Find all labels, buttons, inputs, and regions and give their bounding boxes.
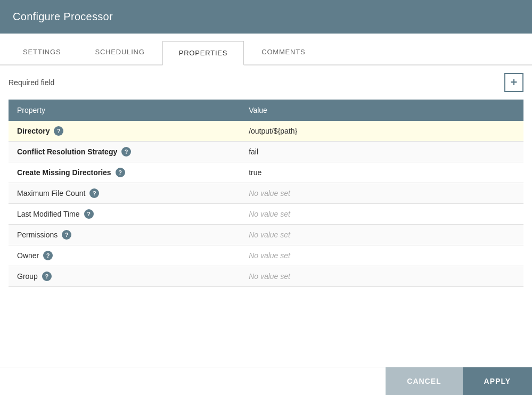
property-value-cell[interactable]: fail [240, 142, 472, 162]
content-area: Required field + Property Value Director… [0, 65, 532, 367]
property-action-cell [472, 204, 523, 225]
property-name-cell: Last Modified Time ? [9, 204, 240, 225]
properties-table: Property Value Directory ? /output/${pat… [9, 100, 523, 287]
property-name-label: Create Missing Directories [17, 168, 111, 177]
property-action-cell [472, 142, 523, 162]
property-value-cell[interactable]: true [240, 162, 472, 183]
property-value-cell[interactable]: No value set [240, 204, 472, 225]
property-name-cell: Owner ? [9, 245, 240, 266]
property-value-cell[interactable]: No value set [240, 183, 472, 204]
table-row[interactable]: Conflict Resolution Strategy ? fail [9, 142, 523, 162]
help-icon[interactable]: ? [62, 230, 71, 240]
help-icon[interactable]: ? [42, 271, 52, 281]
tab-comments[interactable]: COMMENTS [245, 40, 322, 64]
property-value-cell[interactable]: No value set [240, 245, 472, 266]
property-value-cell[interactable]: No value set [240, 225, 472, 245]
property-name-cell: Permissions ? [9, 225, 240, 245]
help-icon[interactable]: ? [89, 188, 99, 198]
property-action-cell [472, 266, 523, 287]
configure-processor-dialog: Configure Processor SETTINGS SCHEDULING … [0, 0, 532, 395]
property-name-cell: Group ? [9, 266, 240, 287]
table-row[interactable]: Last Modified Time ? No value set [9, 204, 523, 225]
property-action-cell [472, 183, 523, 204]
add-property-button[interactable]: + [504, 73, 523, 92]
table-row[interactable]: Directory ? /output/${path} [9, 121, 523, 142]
property-name-cell: Directory ? [9, 121, 240, 142]
table-row[interactable]: Permissions ? No value set [9, 225, 523, 245]
column-value: Value [240, 100, 472, 121]
required-field-bar: Required field + [0, 65, 532, 100]
property-name-label: Conflict Resolution Strategy [17, 147, 117, 156]
cancel-button[interactable]: CANCEL [386, 367, 462, 395]
help-icon[interactable]: ? [84, 209, 94, 219]
tab-settings[interactable]: SETTINGS [6, 40, 77, 64]
property-name-label: Last Modified Time [17, 210, 80, 218]
property-name-label: Group [17, 272, 38, 281]
table-wrapper: Property Value Directory ? /output/${pat… [0, 100, 532, 287]
column-action [472, 100, 523, 121]
table-row[interactable]: Create Missing Directories ? true [9, 162, 523, 183]
property-value-cell[interactable]: /output/${path} [240, 121, 472, 142]
dialog-footer: CANCEL APPLY [0, 367, 532, 395]
property-name-label: Permissions [17, 231, 58, 239]
help-icon[interactable]: ? [116, 168, 125, 177]
property-name-label: Directory [17, 127, 50, 135]
table-header-row: Property Value [9, 100, 523, 121]
table-row[interactable]: Maximum File Count ? No value set [9, 183, 523, 204]
column-property: Property [9, 100, 240, 121]
property-action-cell [472, 225, 523, 245]
add-icon: + [511, 77, 518, 88]
tabs-container: SETTINGS SCHEDULING PROPERTIES COMMENTS [0, 34, 532, 65]
property-name-label: Owner [17, 251, 39, 260]
property-action-cell [472, 162, 523, 183]
tab-properties[interactable]: PROPERTIES [162, 41, 244, 65]
dialog-header: Configure Processor [0, 0, 532, 34]
property-name-cell: Conflict Resolution Strategy ? [9, 142, 240, 162]
help-icon[interactable]: ? [54, 126, 63, 136]
property-name-cell: Create Missing Directories ? [9, 162, 240, 183]
dialog-title: Configure Processor [13, 11, 113, 22]
help-icon[interactable]: ? [121, 147, 131, 157]
table-row[interactable]: Group ? No value set [9, 266, 523, 287]
apply-button[interactable]: APPLY [463, 367, 532, 395]
property-name-cell: Maximum File Count ? [9, 183, 240, 204]
required-field-label: Required field [9, 78, 54, 87]
help-icon[interactable]: ? [43, 251, 53, 260]
property-action-cell [472, 245, 523, 266]
property-value-cell[interactable]: No value set [240, 266, 472, 287]
property-action-cell [472, 121, 523, 142]
table-row[interactable]: Owner ? No value set [9, 245, 523, 266]
property-name-label: Maximum File Count [17, 189, 85, 198]
tab-scheduling[interactable]: SCHEDULING [78, 40, 161, 64]
